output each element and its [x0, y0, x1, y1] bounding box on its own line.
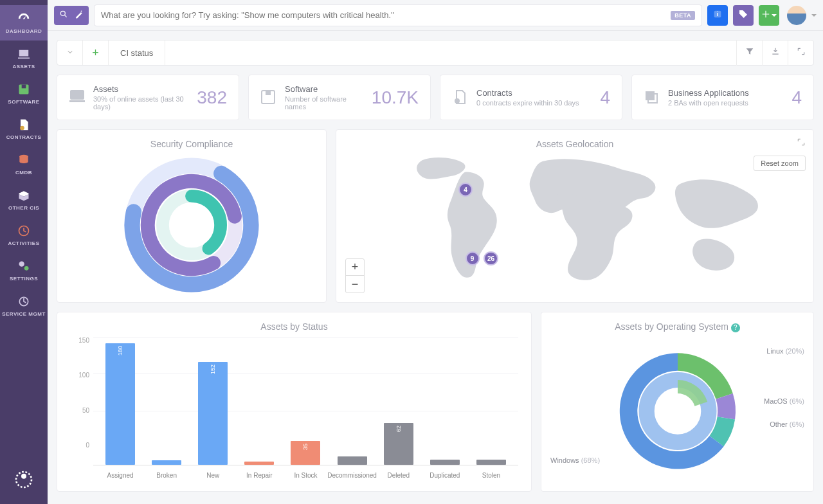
panels-row-1: Security Compliance Assets Geolocation R… — [57, 129, 814, 303]
copy-icon — [644, 89, 660, 106]
sidebar-item-contracts[interactable]: CONTRACTS — [0, 111, 48, 147]
map-marker[interactable]: 4 — [458, 183, 473, 197]
stat-card-contracts[interactable]: Contracts0 contracts expire within 30 da… — [440, 75, 622, 120]
svg-point-2 — [20, 126, 24, 130]
bar-decommissioned[interactable]: Decommissioned — [329, 343, 375, 465]
stat-card-assets[interactable]: Assets30% of online assets (last 30 days… — [57, 75, 239, 120]
panel-title: Assets Geolocation — [347, 139, 803, 149]
stat-title: Contracts — [476, 88, 592, 98]
tabs-bar: + CI status — [57, 40, 814, 66]
sidebar-item-cmdb[interactable]: CMDB — [0, 147, 48, 182]
legend-windows: Windows (68%) — [550, 456, 600, 464]
svg-point-9 — [21, 474, 26, 479]
sidebar-item-activities[interactable]: ACTIVITIES — [0, 217, 48, 253]
add-button[interactable] — [759, 5, 779, 26]
search-icon — [59, 10, 68, 21]
bar-new[interactable]: 152New — [190, 343, 236, 465]
headset-icon — [15, 294, 33, 309]
tab-ci-status[interactable]: CI status — [109, 40, 165, 65]
clock-icon — [15, 224, 33, 238]
app-logo-icon — [14, 469, 34, 492]
svg-text:i: i — [717, 11, 719, 17]
sidebar-label: SERVICE MGMT — [2, 311, 46, 317]
zoom-in-button[interactable]: + — [346, 259, 364, 276]
filter-icon — [745, 47, 754, 59]
world-map[interactable]: 4 9 26 — [347, 154, 803, 289]
plus-icon — [761, 10, 770, 21]
stat-title: Assets — [93, 84, 189, 94]
stats-row: Assets30% of online assets (last 30 days… — [57, 75, 814, 120]
tab-label: CI status — [120, 48, 153, 58]
sidebar-label: OTHER CIS — [8, 205, 39, 211]
disk-icon — [15, 82, 33, 96]
sidebar-label: SETTINGS — [10, 276, 38, 282]
sidebar-item-software[interactable]: SOFTWARE — [0, 76, 48, 111]
search-mode-buttons[interactable] — [54, 6, 89, 25]
bar-deleted[interactable]: 62Deleted — [375, 343, 422, 465]
svg-rect-15 — [69, 100, 85, 102]
panel-title: Assets by Status — [68, 321, 521, 332]
plus-icon: + — [92, 46, 99, 60]
wand-icon — [75, 10, 84, 21]
stat-value: 10.7K — [372, 87, 419, 108]
download-button[interactable] — [762, 40, 788, 66]
beta-badge: BETA — [671, 11, 695, 20]
sidebar-label: SOFTWARE — [8, 99, 39, 105]
zoom-out-button[interactable]: − — [346, 276, 364, 292]
os-donut-chart — [601, 338, 755, 479]
panel-title: Security Compliance — [68, 139, 316, 149]
stat-card-software[interactable]: SoftwareNumber of software names 10.7K — [248, 75, 431, 120]
user-avatar[interactable] — [787, 6, 806, 25]
laptop-icon — [15, 47, 33, 61]
svg-point-10 — [60, 11, 65, 15]
sidebar-item-other-cis[interactable]: OTHER CIS — [0, 182, 48, 217]
bar-duplicated[interactable]: Duplicated — [422, 343, 468, 465]
bar-stolen[interactable]: Stolen — [468, 343, 514, 465]
gauge-icon — [15, 12, 33, 26]
tabs-dropdown[interactable] — [57, 40, 83, 65]
box-icon — [15, 188, 33, 203]
bars-area: 180AssignedBroken152NewIn Repair35In Sto… — [93, 343, 518, 465]
svg-point-18 — [455, 98, 460, 104]
chevron-down-icon — [66, 47, 74, 59]
bar-in-repair[interactable]: In Repair — [236, 343, 282, 465]
sidebar-item-service-mgmt[interactable]: SERVICE MGMT — [0, 288, 48, 323]
help-icon[interactable]: ? — [731, 323, 740, 332]
stat-subtitle: 0 contracts expire within 30 days — [476, 99, 592, 107]
add-tab-button[interactable]: + — [83, 40, 109, 65]
svg-rect-19 — [646, 91, 655, 100]
stat-card-business-apps[interactable]: Business Applications2 BAs with open req… — [631, 75, 814, 120]
sidebar-item-assets[interactable]: ASSETS — [0, 40, 48, 76]
bar-in-stock[interactable]: 35In Stock — [282, 343, 329, 465]
expand-button[interactable] — [797, 138, 806, 149]
map-marker[interactable]: 9 — [466, 251, 480, 266]
document-icon — [452, 89, 469, 106]
sidebar-item-dashboard[interactable]: DASHBOARD — [0, 5, 48, 40]
user-menu-caret-icon[interactable] — [811, 14, 817, 17]
bar-assigned[interactable]: 180Assigned — [97, 343, 143, 465]
bar-broken[interactable]: Broken — [143, 343, 190, 465]
stat-subtitle: 2 BAs with open requests — [668, 99, 784, 107]
main-area: BETA i + CI status Assets30% of online a… — [48, 0, 823, 504]
global-search-input[interactable] — [101, 10, 671, 20]
tag-button[interactable] — [733, 5, 754, 26]
stat-value: 4 — [791, 87, 802, 108]
stat-title: Business Applications — [668, 88, 784, 98]
database-icon — [15, 153, 33, 167]
sidebar-item-settings[interactable]: SETTINGS — [0, 253, 48, 288]
document-icon — [15, 118, 33, 132]
svg-point-28 — [662, 395, 692, 426]
stat-subtitle: 30% of online assets (last 30 days) — [93, 95, 189, 111]
filter-button[interactable] — [736, 40, 762, 66]
stat-title: Software — [285, 84, 364, 94]
y-axis: 150 100 50 0 — [68, 337, 89, 449]
expand-button[interactable] — [788, 40, 813, 66]
svg-rect-17 — [266, 91, 271, 95]
sidebar-label: CMDB — [15, 170, 32, 176]
panel-assets-by-os: Assets by Operating System ? Linux — [541, 312, 814, 492]
download-icon — [771, 47, 780, 59]
laptop-icon — [69, 89, 86, 106]
security-donut-chart — [118, 154, 266, 296]
global-search-box[interactable]: BETA — [94, 4, 702, 26]
info-button[interactable]: i — [707, 5, 728, 26]
